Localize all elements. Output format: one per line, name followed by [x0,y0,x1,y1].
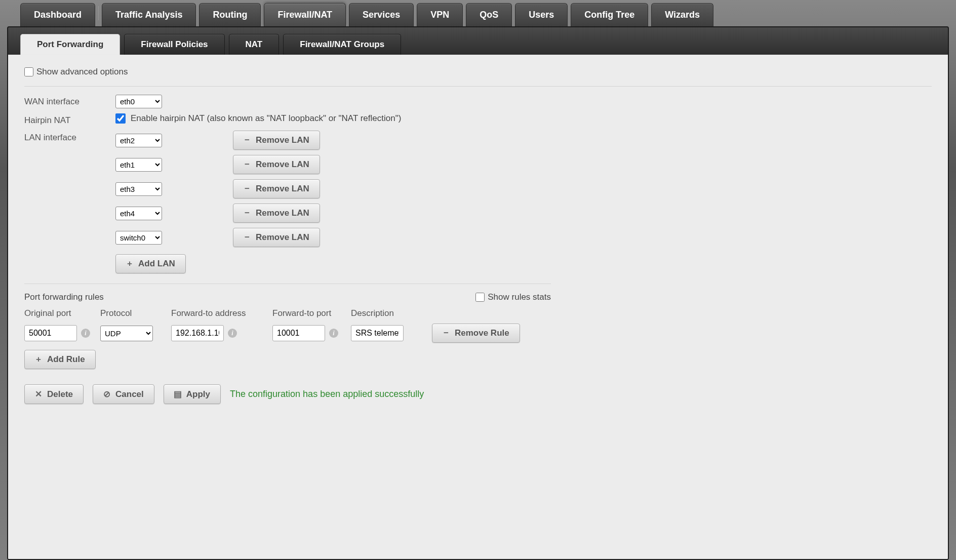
lan-interface-select[interactable]: eth4 [115,207,162,220]
cancel-button[interactable]: ⊘Cancel [93,384,154,404]
cancel-label: Cancel [115,389,144,399]
lan-row: switch0 −Remove LAN [115,228,551,247]
wan-interface-select[interactable]: eth0 [115,95,162,108]
page-content: Show advanced options WAN interface eth0… [8,55,948,559]
info-icon[interactable]: i [329,329,338,338]
show-rules-stats-checkbox[interactable] [475,293,485,302]
col-forward-port: Forward-to port [272,308,351,318]
hairpin-nat-checkbox[interactable] [115,113,126,124]
col-description: Description [351,308,432,318]
hairpin-nat-label: Hairpin NAT [24,113,115,126]
hairpin-nat-row: Enable hairpin NAT (also known as "NAT l… [115,113,551,124]
sub-tabs: Port Forwarding Firewall Policies NAT Fi… [8,27,948,55]
nav-separator [98,6,99,20]
col-protocol: Protocol [100,308,171,318]
remove-rule-label: Remove Rule [455,328,509,338]
remove-lan-button[interactable]: −Remove LAN [233,179,320,198]
remove-lan-button[interactable]: −Remove LAN [233,228,320,247]
lan-interface-list: eth2 −Remove LAN eth1 −Remove LAN eth3 −… [115,131,551,273]
remove-lan-button[interactable]: −Remove LAN [233,204,320,223]
tab-qos[interactable]: QoS [466,3,512,26]
lan-row: eth2 −Remove LAN [115,131,551,150]
add-rule-button[interactable]: +Add Rule [24,350,96,369]
minus-icon: − [244,159,251,170]
lan-interface-label: LAN interface [24,131,115,143]
protocol-select[interactable]: UDP [100,326,153,341]
delete-button[interactable]: ✕Delete [24,384,84,404]
lan-interface-select[interactable]: switch0 [115,231,162,245]
x-icon: ✕ [35,389,42,399]
subtab-firewall-nat-groups[interactable]: Firewall/NAT Groups [283,34,401,55]
delete-label: Delete [47,389,73,399]
minus-icon: − [244,184,251,194]
add-rule-label: Add Rule [47,354,85,365]
add-lan-button[interactable]: +Add LAN [115,254,186,273]
lan-interface-select[interactable]: eth1 [115,158,162,172]
lan-row: eth1 −Remove LAN [115,155,551,174]
rules-section: Original port Protocol Forward-to addres… [24,308,551,369]
lan-interface-select[interactable]: eth3 [115,182,162,196]
apply-label: Apply [186,389,210,399]
remove-lan-label: Remove LAN [256,135,309,145]
status-message: The configuration has been applied succe… [230,389,424,399]
show-rules-stats-label: Show rules stats [488,292,551,302]
rules-columns: Original port Protocol Forward-to addres… [24,308,551,318]
remove-rule-button[interactable]: −Remove Rule [432,324,520,343]
remove-lan-button[interactable]: −Remove LAN [233,131,320,150]
remove-lan-label: Remove LAN [256,232,309,243]
plus-icon: + [126,259,133,269]
tab-routing[interactable]: Routing [199,3,261,26]
rule-row: i UDP i i [24,324,551,343]
tab-vpn[interactable]: VPN [417,3,463,26]
col-forward-addr: Forward-to address [171,308,272,318]
remove-lan-label: Remove LAN [256,184,309,194]
tab-config-tree[interactable]: Config Tree [571,3,648,26]
save-icon: ▤ [174,389,181,399]
tab-traffic-analysis[interactable]: Traffic Analysis [102,3,196,26]
wan-interface-label: WAN interface [24,95,115,107]
tab-users[interactable]: Users [515,3,568,26]
original-port-input[interactable] [24,325,77,341]
tab-dashboard[interactable]: Dashboard [20,3,95,26]
footer-actions: ✕Delete ⊘Cancel ▤Apply The configuration… [24,384,932,404]
forward-addr-input[interactable] [171,325,224,341]
remove-lan-button[interactable]: −Remove LAN [233,155,320,174]
minus-icon: − [244,135,251,145]
description-input[interactable] [351,325,404,341]
remove-lan-label: Remove LAN [256,208,309,218]
rules-header: Port forwarding rules Show rules stats [24,292,551,302]
tab-services[interactable]: Services [349,3,414,26]
hairpin-nat-text: Enable hairpin NAT (also known as "NAT l… [131,113,401,124]
remove-lan-label: Remove LAN [256,159,309,170]
subtab-nat[interactable]: NAT [229,34,280,55]
minus-icon: − [244,232,251,243]
lan-row: eth4 −Remove LAN [115,204,551,223]
cancel-icon: ⊘ [103,389,110,399]
subtab-firewall-policies[interactable]: Firewall Policies [124,34,224,55]
info-icon[interactable]: i [228,329,237,338]
minus-icon: − [244,208,251,218]
plus-icon: + [35,354,42,365]
tab-firewall-nat[interactable]: Firewall/NAT [264,3,346,26]
advanced-options-row: Show advanced options [24,67,932,87]
top-nav: Dashboard Traffic Analysis Routing Firew… [0,0,956,26]
info-icon[interactable]: i [81,329,90,338]
settings-form: WAN interface eth0 Hairpin NAT Enable ha… [24,95,551,284]
col-original-port: Original port [24,308,100,318]
show-advanced-label: Show advanced options [36,67,128,77]
lan-row: eth3 −Remove LAN [115,179,551,198]
minus-icon: − [443,328,450,338]
rules-heading: Port forwarding rules [24,292,104,302]
add-lan-label: Add LAN [138,259,175,269]
forward-port-input[interactable] [272,325,325,341]
main-panel: Port Forwarding Firewall Policies NAT Fi… [7,26,949,560]
apply-button[interactable]: ▤Apply [164,384,221,404]
rules-stats-toggle: Show rules stats [475,292,551,302]
lan-interface-select[interactable]: eth2 [115,134,162,147]
show-advanced-checkbox[interactable] [24,67,33,76]
tab-wizards[interactable]: Wizards [651,3,713,26]
subtab-port-forwarding[interactable]: Port Forwarding [20,34,120,55]
